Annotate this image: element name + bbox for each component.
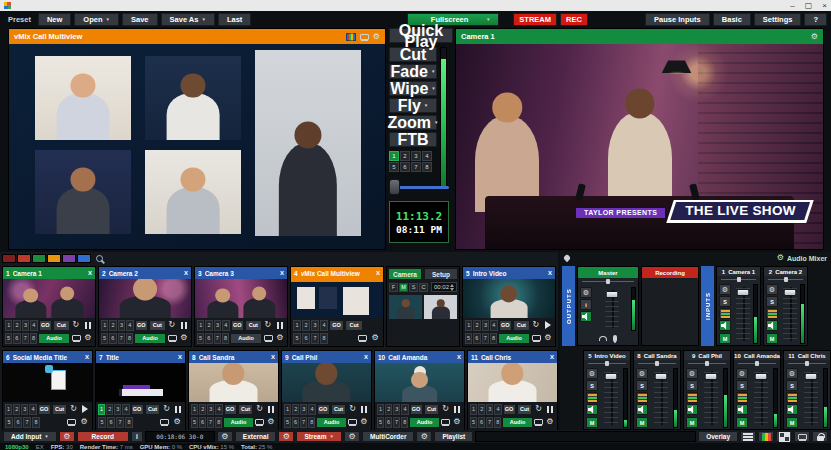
overlay-button[interactable]: 3 — [214, 320, 221, 331]
save-as-button[interactable]: Save As▼ — [161, 13, 215, 26]
overlay-button[interactable]: 6 — [385, 417, 392, 428]
open-button[interactable]: Open▼ — [74, 13, 119, 26]
overlay-button[interactable]: 3 — [21, 404, 28, 415]
overlay-number-button[interactable]: 4 — [422, 151, 432, 161]
solo-button[interactable]: S — [766, 296, 778, 307]
gear-icon[interactable]: ⚙ — [78, 417, 90, 428]
input-thumbnail[interactable] — [375, 363, 464, 402]
speaker-icon[interactable] — [586, 404, 598, 415]
caller-thumbnail[interactable] — [389, 295, 422, 319]
monitor-icon[interactable] — [167, 333, 178, 344]
monitor-icon[interactable] — [356, 333, 368, 344]
speaker-icon[interactable] — [736, 404, 748, 415]
input-header[interactable]: 8Call SandraX — [189, 351, 278, 363]
strip-header[interactable]: 10Call Amanda — [734, 351, 780, 360]
category-swatch[interactable] — [32, 254, 46, 263]
overlay-number-button[interactable]: 5 — [389, 162, 399, 172]
pin-icon[interactable] — [563, 254, 571, 262]
overlay-button[interactable]: 2 — [292, 404, 299, 415]
monitor-icon[interactable] — [534, 417, 544, 428]
close-icon[interactable]: X — [88, 270, 92, 276]
speaker-icon[interactable] — [786, 404, 798, 415]
close-icon[interactable]: X — [550, 354, 554, 360]
close-icon[interactable]: X — [184, 270, 188, 276]
gear-icon[interactable]: ⚙ — [736, 368, 748, 379]
input-thumbnail[interactable] — [3, 279, 95, 318]
close-icon[interactable]: X — [364, 354, 368, 360]
settings-button[interactable]: Settings — [754, 13, 802, 26]
strip-header[interactable]: Master — [578, 267, 638, 278]
overlay-button[interactable]: Overlay — [698, 431, 738, 442]
overlay-button[interactable]: 5 — [197, 333, 204, 344]
overlay-button[interactable]: 1 — [465, 320, 472, 331]
overlay-button[interactable]: 1 — [284, 404, 291, 415]
new-button[interactable]: New — [38, 13, 71, 26]
input-header[interactable]: 9Call PhilX — [282, 351, 371, 363]
pan-slider[interactable] — [788, 361, 826, 366]
mute-button[interactable]: M — [719, 333, 731, 344]
input-header[interactable]: 3Camera 3X — [195, 267, 287, 279]
pause-icon[interactable] — [178, 320, 189, 331]
speaker-icon[interactable] — [580, 311, 592, 322]
cut-button[interactable]: Cut — [149, 320, 165, 331]
play-icon[interactable] — [80, 404, 90, 415]
gear-icon[interactable]: ⚙ — [545, 417, 555, 428]
program-video[interactable]: TAYLOR PRESENTS THE LIVE SHOW — [456, 44, 823, 249]
overlay-button[interactable]: 2 — [13, 404, 20, 415]
overlay-button[interactable]: 8 — [401, 417, 408, 428]
overlay-button[interactable]: 5 — [191, 417, 198, 428]
pan-slider[interactable] — [738, 361, 776, 366]
close-icon[interactable]: X — [457, 354, 461, 360]
strip-header[interactable]: 1Camera 1 — [717, 267, 760, 276]
mute-button[interactable]: M — [586, 417, 598, 428]
audio-button[interactable]: Audio — [230, 333, 262, 344]
monitor-icon[interactable] — [263, 333, 274, 344]
go-button[interactable]: GO — [135, 320, 149, 331]
overlay-button[interactable]: 3 — [22, 320, 29, 331]
input-thumbnail[interactable] — [195, 279, 287, 318]
volume-fader[interactable] — [751, 368, 771, 428]
minimize-button[interactable]: – — [790, 0, 794, 11]
volume-fader[interactable] — [595, 287, 629, 331]
input-thumbnail[interactable] — [463, 279, 555, 318]
input-thumbnail[interactable] — [468, 363, 557, 402]
go-button[interactable]: GO — [317, 404, 330, 415]
overlay-button[interactable]: 7 — [486, 417, 493, 428]
monitor-icon[interactable] — [71, 333, 82, 344]
audio-levels-icon[interactable] — [758, 431, 774, 442]
speaker-icon[interactable] — [686, 404, 698, 415]
input-header[interactable]: 2Camera 2X — [99, 267, 191, 279]
spinner-arrows-icon[interactable] — [450, 284, 454, 291]
external-button[interactable]: External — [235, 431, 277, 442]
close-icon[interactable]: X — [376, 270, 380, 276]
cut-button[interactable]: Cut — [424, 404, 440, 415]
stream-indicator[interactable]: STREAM — [513, 13, 557, 26]
playlist-button[interactable]: Playlist — [434, 431, 473, 442]
save-button[interactable]: Save — [122, 13, 158, 26]
strip-header[interactable]: Recording — [642, 267, 698, 278]
category-swatch[interactable] — [77, 254, 91, 263]
input-thumbnail[interactable] — [282, 363, 371, 402]
overlay-button[interactable]: 5 — [98, 417, 106, 428]
overlay-button[interactable]: 7 — [116, 417, 124, 428]
overlay-button[interactable]: 5 — [5, 333, 12, 344]
category-swatch[interactable] — [62, 254, 76, 263]
loop-icon[interactable]: ↻ — [254, 404, 264, 415]
mute-button[interactable]: M — [786, 417, 798, 428]
speaker-icon[interactable] — [719, 320, 731, 331]
overlay-button[interactable]: 4 — [30, 320, 37, 331]
monitor-icon[interactable] — [65, 417, 77, 428]
close-icon[interactable]: X — [178, 354, 182, 360]
overlay-button[interactable]: 5 — [5, 417, 13, 428]
gear-icon[interactable]: ⚙ — [636, 368, 648, 379]
info-button[interactable]: i — [580, 299, 592, 310]
close-icon[interactable]: X — [280, 270, 284, 276]
loop-icon[interactable]: ↻ — [531, 320, 542, 331]
go-button[interactable]: GO — [503, 404, 516, 415]
solo-button[interactable]: S — [736, 380, 748, 391]
zoom-button[interactable]: Zoom▼ — [389, 115, 437, 130]
pause-inputs-button[interactable]: Pause Inputs — [645, 13, 710, 26]
mute-button[interactable]: M — [686, 417, 698, 428]
input-header[interactable]: 7TitleX — [96, 351, 185, 363]
cut-button[interactable]: Cut — [145, 404, 161, 415]
